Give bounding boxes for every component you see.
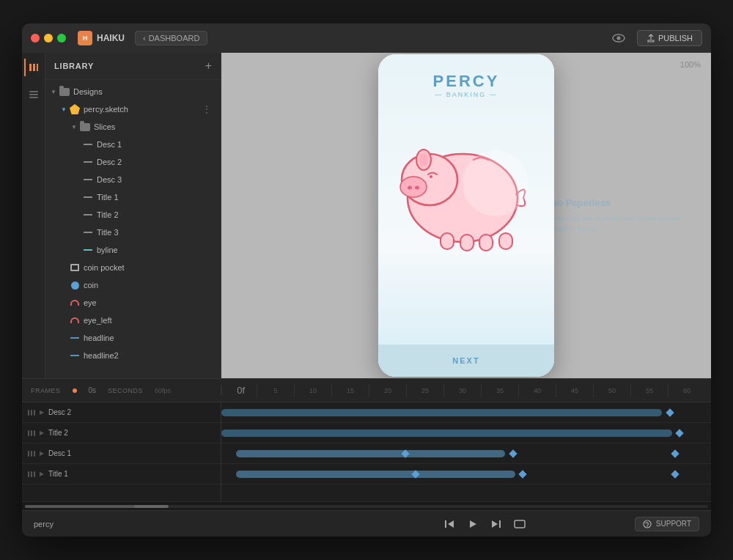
tree-label-designs: Designs: [73, 87, 215, 96]
dashboard-button[interactable]: ‹ DASHBOARD: [135, 31, 207, 45]
frames-label: FRAMES: [31, 387, 61, 394]
time-value: 0s: [89, 386, 97, 394]
piggy-illustration: [393, 110, 539, 254]
tree-item-desc2[interactable]: Desc 2: [45, 153, 221, 171]
track-expand-title1[interactable]: ▶: [38, 471, 45, 478]
dash-icon-title3: [82, 226, 94, 238]
track-content: [221, 402, 711, 501]
tree-item-coin-pocket[interactable]: coin pocket: [45, 259, 221, 276]
layers-sidebar-icon[interactable]: [25, 85, 43, 103]
minimize-button[interactable]: [44, 34, 53, 43]
dash-teal-icon: [82, 244, 94, 256]
tree-label-byline: byline: [97, 246, 215, 254]
tree-label-headline2: headline2: [84, 351, 215, 360]
track-handle-2: [28, 430, 35, 436]
tree-label-coin-pocket: coin pocket: [84, 263, 215, 272]
support-button[interactable]: SUPPORT: [635, 517, 699, 531]
ruler-mark-10: 10: [294, 384, 331, 397]
track-handle-3: [28, 451, 35, 457]
svg-rect-2: [29, 64, 32, 71]
publish-button[interactable]: PUBLISH: [637, 30, 702, 46]
svg-point-15: [430, 175, 432, 178]
track-row-title2[interactable]: ▶ Title 2: [22, 423, 221, 443]
skip-back-button[interactable]: [443, 518, 455, 530]
library-header: LIBRARY +: [45, 53, 221, 80]
canvas-area: 100% PERCY — BANKING —: [221, 53, 711, 378]
tree-more-percy[interactable]: ⋮: [199, 103, 215, 115]
svg-rect-16: [441, 233, 454, 249]
track-expand-desc1[interactable]: ▶: [38, 450, 45, 457]
phone-next-button[interactable]: NEXT: [378, 345, 554, 377]
tree-item-headline[interactable]: headline: [45, 329, 221, 347]
track-row-desc2[interactable]: ▶ Desc 2: [22, 402, 221, 423]
tree-label-coin: coin: [84, 281, 215, 290]
skip-forward-button[interactable]: [490, 518, 502, 530]
timeline-labels-header: FRAMES 0s SECONDS 60fps: [22, 386, 221, 394]
screen-button[interactable]: [514, 518, 526, 530]
folder-icon-slices: [79, 121, 91, 133]
ghost-text: When you add or delete tiles, to help yo…: [550, 214, 682, 234]
library-sidebar-icon[interactable]: [24, 59, 42, 76]
ghost-title: Go Paperless: [550, 197, 682, 208]
close-button[interactable]: [31, 34, 40, 43]
piggy-svg: [386, 110, 547, 257]
traffic-lights: [31, 34, 66, 43]
title-bar: H HAIKU ‹ DASHBOARD PUBLISH: [22, 23, 711, 53]
tree-arrow-slices: ▼: [69, 122, 79, 132]
tree-item-designs[interactable]: ▼ Designs: [45, 83, 221, 100]
tree-item-percy-sketch[interactable]: ▼ percy.sketch ⋮: [45, 100, 221, 118]
tree-item-title2[interactable]: Title 2: [45, 206, 221, 224]
tree-item-headline2[interactable]: headline2: [45, 347, 221, 364]
ruler-marks: 5 10 15 20 25 30 35 40 45 50 55 60: [257, 384, 705, 397]
svg-point-12: [400, 177, 427, 197]
tree-item-desc1[interactable]: Desc 1: [45, 136, 221, 153]
maximize-button[interactable]: [57, 34, 66, 43]
tree-item-coin[interactable]: coin: [45, 276, 221, 294]
track-label-desc1: Desc 1: [48, 449, 71, 457]
dash-icon-desc2: [82, 156, 94, 168]
haiku-icon: H: [78, 31, 92, 45]
track-row-title1[interactable]: ▶ Title 1: [22, 464, 221, 485]
tree-label-eye: eye: [84, 298, 215, 307]
tree-item-byline[interactable]: byline: [45, 241, 221, 259]
scrollbar-thumb-end[interactable]: [134, 505, 169, 508]
track-labels: ▶ Desc 2 ▶ Title 2 ▶ Desc: [22, 402, 221, 501]
play-button[interactable]: [467, 518, 479, 530]
dash-icon-desc3: [82, 174, 94, 185]
ruler-mark-55: 55: [630, 384, 668, 397]
dash-icon-title1: [82, 191, 94, 203]
tree-item-eye[interactable]: eye: [45, 294, 221, 312]
zoom-badge: 100%: [680, 60, 701, 69]
tree-item-eye-left[interactable]: eye_left: [45, 312, 221, 329]
dash-blue-icon: [69, 332, 81, 344]
tree-item-desc3[interactable]: Desc 3: [45, 171, 221, 188]
tree-item-title3[interactable]: Title 3: [45, 224, 221, 241]
ruler-mark-35: 35: [481, 384, 518, 397]
app-logo: H HAIKU: [78, 31, 125, 45]
track-expand-title2[interactable]: ▶: [38, 430, 45, 437]
timeline-header: FRAMES 0s SECONDS 60fps 0f 5 10 15 20 25…: [22, 379, 711, 402]
tree-label-title3: Title 3: [97, 228, 215, 237]
phone-title: PERCY: [433, 72, 500, 91]
scrollbar-track: [25, 505, 708, 508]
svg-point-1: [616, 37, 620, 40]
tree-item-title1[interactable]: Title 1: [45, 188, 221, 206]
library-add-button[interactable]: +: [205, 60, 212, 72]
track-row-desc1[interactable]: ▶ Desc 1: [22, 443, 221, 464]
preview-button[interactable]: [606, 30, 631, 46]
timeline-scrollbar[interactable]: [22, 501, 711, 510]
library-tree: ▼ Designs ▼ percy.sketch ⋮: [45, 80, 221, 378]
tree-item-slices[interactable]: ▼ Slices: [45, 118, 221, 136]
svg-point-11: [419, 153, 428, 166]
dash-icon-desc1: [82, 139, 94, 150]
svg-point-20: [463, 150, 528, 216]
track-expand-desc2[interactable]: ▶: [38, 409, 45, 416]
svg-rect-21: [445, 520, 446, 528]
phone-screen: PERCY — BANKING —: [378, 54, 554, 377]
ruler-mark-15: 15: [331, 384, 369, 397]
upload-icon: [647, 34, 655, 43]
track-handle: [28, 410, 35, 416]
svg-point-25: [647, 526, 647, 526]
ruler-mark-25: 25: [406, 384, 443, 397]
ruler-mark-60: 60: [668, 384, 705, 397]
